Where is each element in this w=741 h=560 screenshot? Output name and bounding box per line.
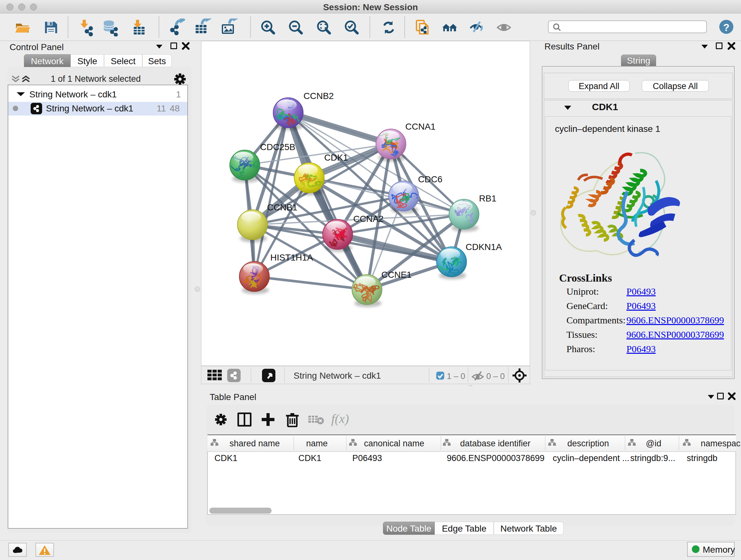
svg-text:CDK1: CDK1 xyxy=(324,152,348,163)
svg-text:CDKN1A: CDKN1A xyxy=(466,242,502,252)
svg-text:CCNB2: CCNB2 xyxy=(304,91,334,101)
svg-text:CDC6: CDC6 xyxy=(418,174,442,184)
svg-text:CCNE1: CCNE1 xyxy=(381,270,412,280)
svg-text:CDC25B: CDC25B xyxy=(260,142,295,152)
svg-text:CCNA2: CCNA2 xyxy=(353,214,384,224)
svg-text:CCNA1: CCNA1 xyxy=(405,122,435,132)
svg-text:RB1: RB1 xyxy=(479,193,496,203)
svg-text:CCNB1: CCNB1 xyxy=(267,202,297,212)
svg-text:HIST1H1A: HIST1H1A xyxy=(270,253,313,262)
